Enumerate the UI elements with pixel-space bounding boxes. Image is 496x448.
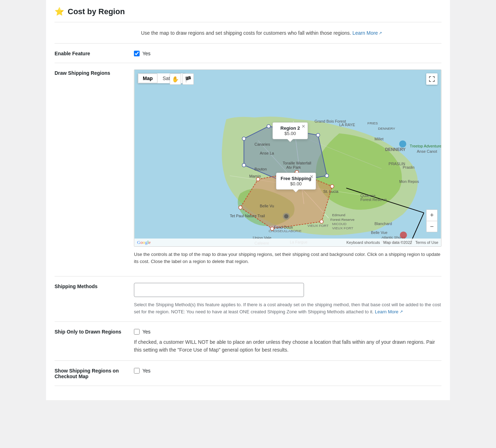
free-shipping-cost: $0.00 <box>281 181 311 186</box>
enable-feature-label: Enable Feature <box>55 44 133 63</box>
svg-text:Belle Vue: Belle Vue <box>371 230 387 235</box>
map-view-button[interactable]: Map <box>138 73 158 83</box>
svg-text:MICOUD: MICOUD <box>332 222 346 226</box>
draw-regions-content: Beach Grand Bois Forest LA RAYE FRIES DE… <box>133 63 441 276</box>
ship-only-checkbox-label: Yes <box>142 329 151 335</box>
svg-point-52 <box>242 163 246 167</box>
svg-text:Anse Canot: Anse Canot <box>417 149 437 153</box>
svg-text:Praslin: Praslin <box>403 165 415 169</box>
ship-only-checkbox[interactable] <box>134 329 140 335</box>
region2-title: Region 2 <box>277 125 303 131</box>
svg-text:VIEUX FORT: VIEUX FORT <box>332 226 353 230</box>
svg-text:Bouton: Bouton <box>254 167 267 171</box>
ship-only-checkbox-row: Yes <box>134 329 441 335</box>
svg-point-48 <box>267 124 270 128</box>
enable-feature-control: Yes <box>133 44 441 63</box>
svg-text:Canaries: Canaries <box>254 142 270 146</box>
svg-text:Millet: Millet <box>374 137 384 141</box>
intro-description: Use the map to draw regions and set ship… <box>141 30 351 36</box>
svg-text:Forest Reserve: Forest Reserve <box>360 198 387 202</box>
svg-text:Belle Vu: Belle Vu <box>260 204 274 208</box>
google-logo: Google <box>137 240 151 245</box>
show-checkout-label: Show Shipping Regions on Checkout Map <box>55 360 133 386</box>
svg-text:Treetop Adventure Park: Treetop Adventure Park <box>410 144 441 148</box>
svg-text:Blanchard: Blanchard <box>374 222 392 226</box>
svg-text:Mon Repos: Mon Repos <box>399 179 419 184</box>
free-shipping-title: Free Shipping <box>281 176 311 181</box>
shipping-methods-input[interactable] <box>134 283 304 297</box>
intro-row: Use the map to draw regions and set ship… <box>55 29 441 44</box>
svg-text:DENNERY: DENNERY <box>385 147 406 152</box>
shipping-methods-help: Select the Shipping Method(s) this featu… <box>134 301 441 315</box>
map-zoom-out-button[interactable]: − <box>426 221 438 232</box>
map-zoom-controls: + − <box>426 209 438 232</box>
terms-link[interactable]: Terms of Use <box>415 240 438 245</box>
map-hand-tool[interactable]: ✋ <box>170 73 181 85</box>
map-footer: Google Keyboard shortcuts Map data ©2022… <box>134 239 441 246</box>
enable-feature-checkbox[interactable] <box>134 51 140 56</box>
show-checkout-content: Yes <box>133 360 441 386</box>
free-shipping-popup: ✕ Free Shipping $0.00 <box>276 173 316 190</box>
region2-popup: ✕ Region 2 $5.00 <box>272 122 308 139</box>
svg-text:Toraille Waterfall: Toraille Waterfall <box>283 161 311 165</box>
show-checkout-checkbox-row: Yes <box>134 368 441 374</box>
svg-text:Forest Reserve: Forest Reserve <box>331 218 355 222</box>
shipping-methods-label: Shipping Methods <box>55 276 133 322</box>
intro-learn-more-text: Learn More <box>353 30 378 36</box>
svg-text:Quilesse: Quilesse <box>360 194 376 198</box>
svg-point-64 <box>400 231 407 239</box>
svg-text:Atv Park: Atv Park <box>286 165 301 169</box>
intro-learn-more-link[interactable]: Learn More ↗ <box>353 30 382 36</box>
svg-point-62 <box>284 214 288 218</box>
page-title: Cost by Region <box>68 7 125 16</box>
svg-point-47 <box>242 137 246 140</box>
page-header: ⭐ Cost by Region <box>55 7 441 22</box>
map-flag-tool[interactable]: 🏴 <box>182 73 194 85</box>
show-checkout-checkbox-label: Yes <box>142 368 151 374</box>
map-info-text: Use the controls at the top of the map t… <box>134 251 441 265</box>
svg-text:LA RAYE: LA RAYE <box>339 123 355 127</box>
svg-text:DENNERY: DENNERY <box>378 127 395 130</box>
shipping-methods-learn-more-text: Learn More <box>375 308 398 315</box>
shipping-methods-row: Shipping Methods Select the Shipping Met… <box>55 276 441 322</box>
star-icon: ⭐ <box>55 7 64 16</box>
svg-point-50 <box>325 174 329 178</box>
page-wrapper: ⭐ Cost by Region Use the map to draw reg… <box>46 0 450 400</box>
region2-cost: $5.00 <box>277 131 303 136</box>
show-checkout-checkbox[interactable] <box>134 368 140 374</box>
svg-point-63 <box>399 140 406 147</box>
shipping-methods-learn-more-link[interactable]: Learn More ↗ <box>375 308 402 315</box>
svg-text:VIEUX FORT: VIEUX FORT <box>308 224 329 228</box>
enable-feature-checkbox-label: Yes <box>142 51 151 56</box>
external-link-icon: ↗ <box>379 31 382 35</box>
map-attribution: Keyboard shortcuts Map data ©2022 Terms … <box>346 240 438 245</box>
svg-point-58 <box>239 206 242 209</box>
ship-only-content: Yes If checked, a customer WILL NOT be a… <box>133 322 441 361</box>
show-checkout-row: Show Shipping Regions on Checkout Map Ye… <box>55 360 441 386</box>
map-fullscreen-button[interactable] <box>426 73 438 85</box>
map-container: Beach Grand Bois Forest LA RAYE FRIES DE… <box>134 69 441 247</box>
map-tools: ✋ 🏴 <box>170 73 194 85</box>
region2-popup-close[interactable]: ✕ <box>301 124 305 129</box>
keyboard-shortcuts-link[interactable]: Keyboard shortcuts <box>346 240 380 245</box>
svg-text:FRIES: FRIES <box>367 121 378 125</box>
map-svg: Beach Grand Bois Forest LA RAYE FRIES DE… <box>134 70 441 246</box>
shipping-methods-content: Select the Shipping Method(s) this featu… <box>133 276 441 322</box>
svg-text:St. Lucia: St. Lucia <box>323 189 339 194</box>
svg-text:Anse La: Anse La <box>260 151 274 155</box>
shipping-methods-external-icon: ↗ <box>400 309 403 315</box>
enable-feature-row: Enable Feature Yes <box>55 44 441 63</box>
svg-text:LABORIE: LABORIE <box>286 229 302 233</box>
svg-text:Edmund: Edmund <box>332 213 345 217</box>
ship-only-label: Ship Only to Drawn Regions <box>55 322 133 361</box>
draw-regions-label: Draw Shipping Regions <box>55 63 133 276</box>
ship-only-description: If checked, a customer WILL NOT be able … <box>134 338 441 354</box>
free-shipping-popup-close[interactable]: ✕ <box>310 174 314 179</box>
map-zoom-in-button[interactable]: + <box>426 209 438 221</box>
settings-table: Enable Feature Yes Draw Shipping Regions <box>55 44 441 386</box>
ship-only-row: Ship Only to Drawn Regions Yes If checke… <box>55 322 441 361</box>
svg-point-57 <box>270 227 274 230</box>
svg-point-53 <box>256 178 260 181</box>
svg-text:Tet Paul Nature Trail: Tet Paul Nature Trail <box>230 214 265 218</box>
svg-point-56 <box>320 220 323 223</box>
